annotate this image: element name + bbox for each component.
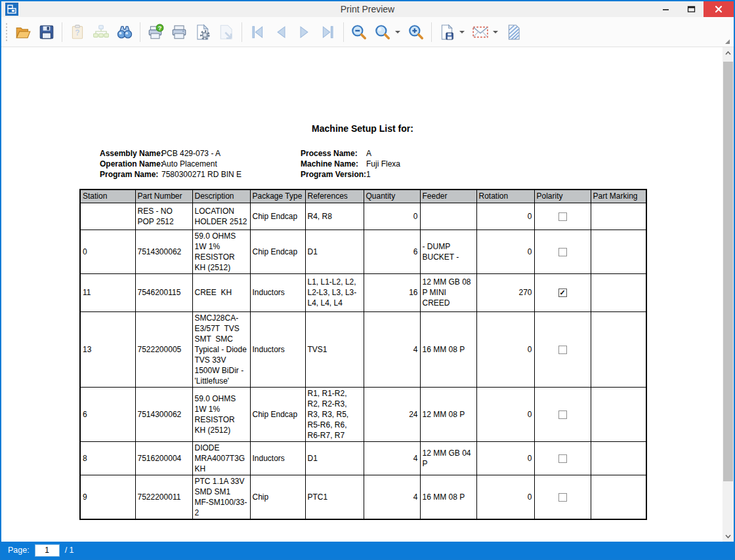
cell-rotation: 0	[476, 230, 534, 273]
zoom-button[interactable]	[371, 20, 394, 45]
cell-package-type: Inductors	[250, 311, 305, 387]
info-value: A	[366, 148, 371, 159]
cell-quantity: 0	[364, 203, 420, 230]
cell-quantity: 4	[364, 441, 420, 475]
zoom-out-button[interactable]	[347, 20, 371, 45]
cell-package-type: Chip	[250, 475, 305, 519]
zoom-in-icon	[408, 24, 425, 41]
cell-polarity: ✓	[534, 273, 591, 311]
cell-polarity	[534, 387, 591, 441]
column-header-description: Description	[192, 190, 250, 203]
clipboard-help-button[interactable]: ?	[66, 20, 89, 45]
toolbar-overflow-icon[interactable]	[725, 39, 730, 44]
previous-page-button[interactable]	[269, 20, 293, 45]
cell-references: R1, R1-R2, R2, R2-R3, R3, R3, R5, R5-R6,…	[305, 387, 364, 441]
info-value: PCB 429-073 - A	[161, 148, 301, 159]
info-label: Operation Name:	[100, 159, 161, 169]
cell-package-type: Chip Endcap	[250, 387, 305, 441]
cell-part-marking	[591, 441, 646, 475]
info-label: Assembly Name:	[100, 148, 161, 159]
watermark-button[interactable]	[502, 20, 526, 45]
info-label: Program Version:	[301, 169, 366, 180]
cell-references: PTC1	[305, 475, 364, 519]
report-info-row: Assembly Name:PCB 429-073 - AProcess Nam…	[100, 148, 646, 159]
cell-feeder: 12 MM 08 P	[420, 387, 476, 441]
vertical-scrollbar[interactable]	[723, 47, 734, 542]
page-total: / 1	[65, 546, 74, 555]
cell-station	[80, 203, 135, 230]
cell-rotation: 0	[476, 441, 534, 475]
cell-description: DIODE MRA4007T3G KH	[192, 441, 250, 475]
cell-description: PTC 1.1A 33V SMD SM1 MF-SM100/33-2	[192, 475, 250, 519]
print-with-help-button[interactable]: ?	[144, 20, 167, 45]
resize-page-button[interactable]	[215, 20, 238, 45]
cell-quantity: 4	[364, 475, 420, 519]
cell-part-number: 7514300062	[135, 387, 192, 441]
save-icon	[38, 24, 55, 41]
cell-references: R4, R8	[305, 203, 364, 230]
open-button[interactable]	[11, 20, 35, 45]
cell-station: 6	[80, 387, 135, 441]
cell-part-number: 7516200004	[135, 441, 192, 475]
page-settings-button[interactable]	[191, 20, 215, 45]
zoom-dropdown-icon[interactable]	[395, 31, 400, 33]
scroll-down-icon[interactable]	[723, 530, 734, 542]
info-value: Fuji Flexa	[366, 159, 400, 169]
cell-part-number: 7522200011	[135, 475, 192, 519]
printer-icon	[171, 24, 188, 41]
maximize-button[interactable]	[679, 1, 704, 17]
page-number-input[interactable]	[35, 544, 60, 557]
svg-text:?: ?	[158, 24, 162, 31]
cell-polarity	[534, 441, 591, 475]
nav-next-icon	[296, 24, 313, 41]
toolbar-separator	[62, 22, 62, 42]
cell-part-number: 7514300062	[135, 230, 192, 273]
print-button[interactable]	[167, 20, 191, 45]
cell-rotation: 0	[476, 387, 534, 441]
cell-description: 59.0 OHMS 1W 1% RESISTOR KH (2512)	[192, 387, 250, 441]
table-row: 97522200011PTC 1.1A 33V SMD SM1 MF-SM100…	[80, 475, 646, 519]
email-button[interactable]	[469, 20, 492, 45]
window-title: Print Preview	[1, 4, 734, 14]
next-page-button[interactable]	[293, 20, 316, 45]
close-button[interactable]	[704, 1, 734, 17]
scroll-up-icon[interactable]	[723, 47, 734, 58]
hierarchy-button[interactable]	[89, 20, 113, 45]
cell-part-marking	[591, 230, 646, 273]
column-header-rotation: Rotation	[476, 190, 534, 203]
window-controls	[654, 1, 734, 17]
cell-description: SMCJ28CA-E3/57T TVS SMT SMC Typical - Di…	[192, 311, 250, 387]
last-page-button[interactable]	[316, 20, 340, 45]
cell-references: D1	[305, 441, 364, 475]
info-label: Machine Name:	[301, 159, 366, 169]
report-page: Machine Setup List for: Assembly Name:PC…	[1, 47, 723, 542]
binoculars-icon	[116, 24, 133, 41]
scrollbar-thumb[interactable]	[723, 62, 733, 481]
info-value: 7580300271 RD BIN E	[161, 169, 301, 180]
page-settings-icon	[194, 24, 211, 41]
nav-first-icon	[249, 24, 266, 41]
export-dropdown-icon[interactable]	[459, 31, 465, 33]
cell-station: 8	[80, 441, 135, 475]
table-row: 6751430006259.0 OHMS 1W 1% RESISTOR KH (…	[80, 387, 646, 441]
info-value: 1	[366, 169, 371, 180]
toolbar-separator	[242, 22, 242, 42]
nav-prev-icon	[272, 24, 289, 41]
titlebar: Print Preview	[1, 1, 734, 17]
zoom-out-icon	[350, 24, 368, 41]
find-button[interactable]	[113, 20, 136, 45]
column-header-package-type: Package Type	[250, 190, 305, 203]
first-page-button[interactable]	[245, 20, 269, 45]
export-button[interactable]	[435, 20, 459, 45]
cell-station: 0	[80, 230, 135, 273]
page-label: Page:	[8, 546, 30, 555]
save-button[interactable]	[35, 20, 58, 45]
toolbar-grip[interactable]	[5, 22, 9, 42]
minimize-button[interactable]	[654, 1, 679, 17]
info-value: Auto Placement	[161, 159, 301, 169]
cell-feeder: 16 MM 08 P	[420, 311, 476, 387]
print-preview-window: Print Preview ?? Machine Setup List for:…	[0, 0, 735, 560]
cell-description: 59.0 OHMS 1W 1% RESISTOR KH (2512)	[192, 230, 250, 273]
zoom-in-button[interactable]	[404, 20, 428, 45]
email-dropdown-icon[interactable]	[493, 31, 498, 33]
